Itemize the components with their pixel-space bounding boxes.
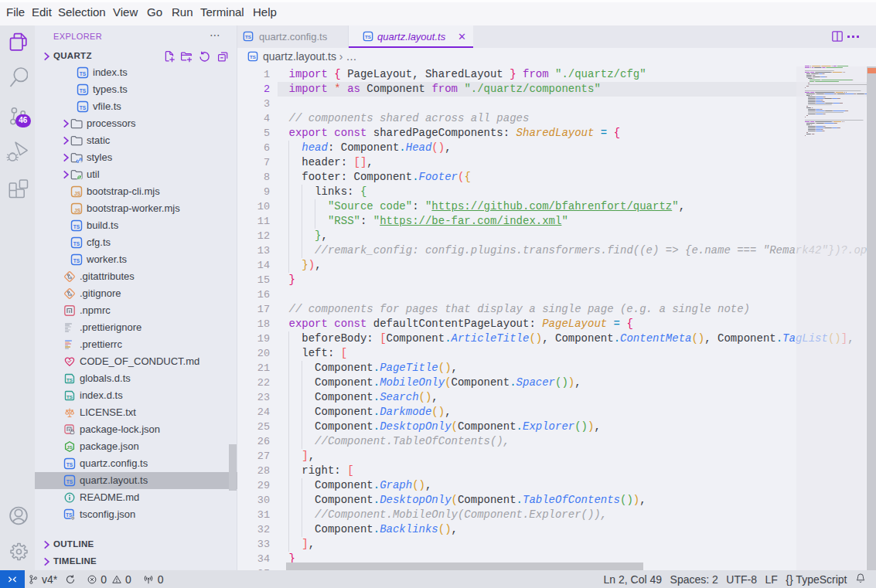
svg-text:TS: TS: [365, 34, 371, 39]
svg-text:JS: JS: [74, 190, 81, 195]
svg-text:TS: TS: [73, 257, 80, 263]
svg-text:TS: TS: [66, 394, 73, 399]
svg-text:TS: TS: [250, 54, 256, 59]
svg-text:TS: TS: [80, 87, 87, 93]
svg-text:TS: TS: [66, 461, 73, 467]
svg-text:TS: TS: [66, 377, 73, 382]
svg-text:TS: TS: [73, 223, 80, 229]
svg-text:TS: TS: [80, 70, 87, 76]
svg-text:JS: JS: [66, 444, 72, 449]
svg-text:TS: TS: [245, 34, 251, 39]
svg-text:TS: TS: [66, 478, 73, 484]
svg-text:JS: JS: [74, 207, 81, 212]
svg-text:TS: TS: [80, 104, 87, 110]
svg-text:TS: TS: [73, 240, 80, 246]
